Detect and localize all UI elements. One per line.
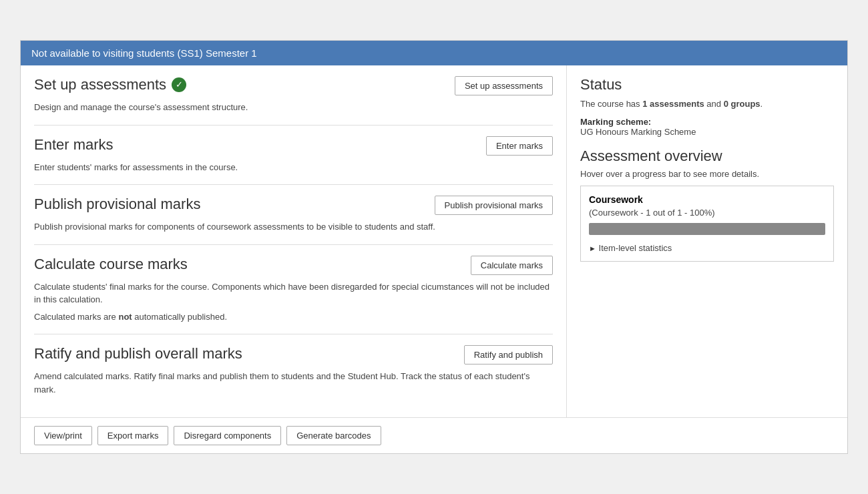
set-up-assessments-button[interactable]: Set up assessments <box>455 76 553 95</box>
status-text-mid: and <box>704 99 724 109</box>
export-marks-button[interactable]: Export marks <box>97 426 169 445</box>
status-text-post: . <box>761 99 763 109</box>
section-ratify-publish: Ratify and publish overall marks Ratify … <box>34 345 553 407</box>
header-title: Not available to visiting students (SS1)… <box>31 47 257 59</box>
check-icon-set-up-assessments: ✓ <box>172 77 186 92</box>
view-print-button[interactable]: View/print <box>34 426 92 445</box>
section-set-up-assessments: Set up assessments ✓ Set up assessments … <box>34 76 553 126</box>
marking-scheme-value: UG Honours Marking Scheme <box>580 127 834 137</box>
enter-marks-desc: Enter students' marks for assessments in… <box>34 161 553 174</box>
assessment-hint: Hover over a progress bar to see more de… <box>580 169 834 179</box>
item-stats-arrow-icon: ► <box>589 244 596 252</box>
header-bar: Not available to visiting students (SS1)… <box>21 41 847 65</box>
status-title: Status <box>580 76 834 93</box>
section-enter-marks: Enter marks Enter marks Enter students' … <box>34 136 553 186</box>
groups-count: 0 groups <box>724 99 761 109</box>
calculate-course-marks-title-text: Calculate course marks <box>34 256 188 273</box>
calculate-marks-button[interactable]: Calculate marks <box>471 256 553 275</box>
main-content: Set up assessments ✓ Set up assessments … <box>21 65 847 417</box>
set-up-assessments-desc: Design and manage the course's assessmen… <box>34 101 553 114</box>
generate-barcodes-button[interactable]: Generate barcodes <box>286 426 381 445</box>
enter-marks-button[interactable]: Enter marks <box>486 136 553 156</box>
section-publish-provisional-marks: Publish provisional marks Publish provis… <box>34 196 553 245</box>
publish-provisional-marks-desc: Publish provisional marks for components… <box>34 220 553 234</box>
section-header-ratify-publish: Ratify and publish overall marks Ratify … <box>34 345 553 364</box>
section-header-enter-marks: Enter marks Enter marks <box>34 136 553 156</box>
status-text-pre: The course has <box>580 99 642 109</box>
section-title-calculate-course-marks: Calculate course marks <box>34 256 188 273</box>
section-header-publish-provisional-marks: Publish provisional marks Publish provis… <box>34 196 553 215</box>
section-calculate-course-marks: Calculate course marks Calculate marks C… <box>34 256 553 335</box>
progress-bar <box>589 223 825 235</box>
coursework-title: Coursework <box>589 194 825 205</box>
main-container: Not available to visiting students (SS1)… <box>20 40 848 454</box>
assessment-box: Coursework (Coursework - 1 out of 1 - 10… <box>580 186 834 262</box>
disregard-components-button[interactable]: Disregard components <box>174 426 281 445</box>
section-title-ratify-publish: Ratify and publish overall marks <box>34 345 242 362</box>
calculate-course-marks-desc: Calculate students' final marks for the … <box>34 280 553 306</box>
publish-provisional-marks-button[interactable]: Publish provisional marks <box>435 196 553 215</box>
calculate-course-marks-extra: Calculated marks are not automatically p… <box>34 310 553 324</box>
ratify-publish-title-text: Ratify and publish overall marks <box>34 345 242 362</box>
status-text: The course has 1 assessments and 0 group… <box>580 99 834 109</box>
section-header-calculate-course-marks: Calculate course marks Calculate marks <box>34 256 553 275</box>
ratify-publish-button[interactable]: Ratify and publish <box>464 345 553 364</box>
coursework-sub: (Coursework - 1 out of 1 - 100%) <box>589 208 825 218</box>
marking-scheme-label: Marking scheme: <box>580 117 834 127</box>
section-title-publish-provisional-marks: Publish provisional marks <box>34 196 200 213</box>
assessment-overview-title: Assessment overview <box>580 148 834 165</box>
section-title-enter-marks: Enter marks <box>34 136 114 154</box>
set-up-assessments-title-text: Set up assessments <box>34 76 166 93</box>
publish-provisional-marks-title-text: Publish provisional marks <box>34 196 200 213</box>
right-panel: Status The course has 1 assessments and … <box>567 65 847 417</box>
section-title-set-up-assessments: Set up assessments ✓ <box>34 76 186 93</box>
item-level-statistics[interactable]: ► Item-level statistics <box>589 243 825 253</box>
left-panel: Set up assessments ✓ Set up assessments … <box>21 65 567 417</box>
section-header-set-up-assessments: Set up assessments ✓ Set up assessments <box>34 76 553 95</box>
bottom-bar: View/print Export marks Disregard compon… <box>21 417 847 453</box>
assessments-count: 1 assessments <box>642 99 704 109</box>
enter-marks-title-text: Enter marks <box>34 136 114 154</box>
item-stats-label: Item-level statistics <box>599 243 672 253</box>
ratify-publish-desc: Amend calculated marks. Ratify final mar… <box>34 370 553 396</box>
